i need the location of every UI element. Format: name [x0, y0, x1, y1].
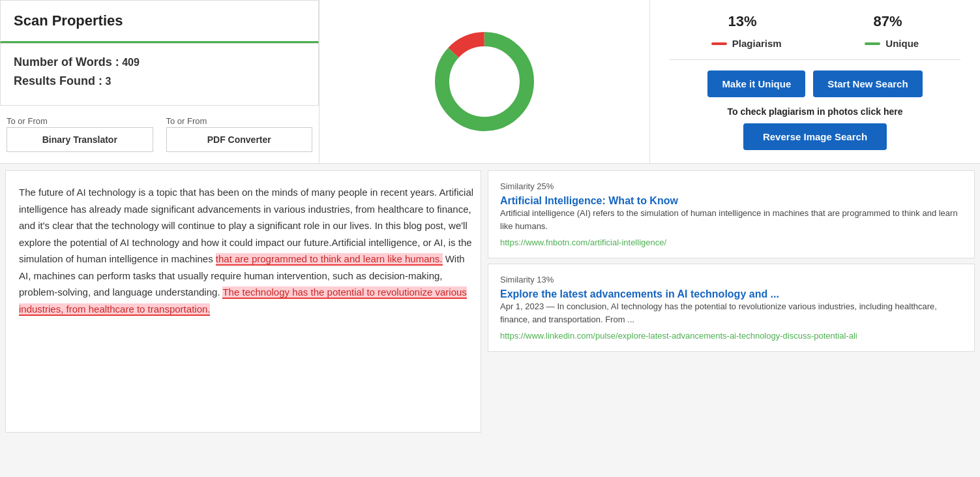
- results-found-label: Results Found :: [14, 74, 102, 87]
- binary-translator-item: To or From Binary Translator: [0, 112, 160, 152]
- result-url-1: https://www.fnbotn.com/artificial-intell…: [500, 238, 962, 247]
- word-count-value: 409: [122, 57, 140, 68]
- top-section: Scan Properties Number of Words : 409 Re…: [0, 0, 980, 164]
- converter-row: To or From Binary Translator To or From …: [0, 112, 319, 159]
- binary-translator-button[interactable]: Binary Translator: [7, 127, 153, 152]
- results-panel: Similarity 25% Artificial Intelligence: …: [488, 170, 975, 433]
- results-found-value: 3: [105, 76, 111, 87]
- chart-panel: [319, 0, 650, 163]
- pdf-label: To or From: [160, 112, 319, 127]
- results-found-line: Results Found : 3: [14, 74, 305, 88]
- unique-label: Unique: [885, 38, 919, 49]
- unique-percentage: 87%: [873, 13, 902, 30]
- word-count-label: Number of Words :: [14, 55, 119, 69]
- donut-chart: [426, 23, 543, 140]
- plagiarism-dot: [711, 42, 727, 45]
- photo-check-text: To check plagiarism in photos click here: [670, 106, 960, 117]
- start-new-search-button[interactable]: Start New Search: [813, 70, 922, 97]
- unique-pct-item: 87%: [873, 13, 902, 30]
- scan-stats: Number of Words : 409 Results Found : 3: [0, 43, 319, 106]
- unique-legend: Unique: [865, 38, 919, 49]
- text-content-scroll[interactable]: The future of AI technology is a topic t…: [6, 171, 481, 432]
- unique-dot: [865, 42, 880, 45]
- result-title-2[interactable]: Explore the latest advancements in AI te…: [500, 288, 779, 300]
- word-count-line: Number of Words : 409: [14, 55, 305, 69]
- legend-row: Plagiarism Unique: [670, 38, 960, 60]
- result-desc-1: Artificial intelligence (AI) refers to t…: [500, 207, 962, 232]
- plagiarism-pct-item: 13%: [728, 13, 756, 30]
- similarity-label-2: Similarity 13%: [500, 275, 962, 285]
- similarity-label-1: Similarity 25%: [500, 181, 962, 191]
- bottom-section: The future of AI technology is a topic t…: [0, 170, 980, 433]
- plagiarism-percentage: 13%: [728, 13, 756, 30]
- result-card-1: Similarity 25% Artificial Intelligence: …: [488, 170, 975, 258]
- pdf-converter-item: To or From PDF Converter: [160, 112, 319, 152]
- result-url-2: https://www.linkedin.com/pulse/explore-l…: [500, 331, 962, 341]
- pdf-converter-button[interactable]: PDF Converter: [166, 127, 313, 152]
- plagiarism-label: Plagiarism: [732, 38, 782, 49]
- result-card-2: Similarity 13% Explore the latest advanc…: [488, 264, 975, 352]
- make-unique-button[interactable]: Make it Unique: [707, 70, 805, 97]
- reverse-image-search-button[interactable]: Reverse Image Search: [743, 123, 887, 150]
- binary-label: To or From: [0, 112, 160, 127]
- result-title-1[interactable]: Artificial Intelligence: What to Know: [500, 195, 678, 206]
- text-panel: The future of AI technology is a topic t…: [5, 170, 481, 433]
- stats-panel: 13% 87% Plagiarism Unique Make it Unique…: [650, 0, 980, 163]
- scan-properties-panel: Scan Properties Number of Words : 409 Re…: [0, 0, 319, 163]
- scan-properties-title: Scan Properties: [0, 0, 319, 43]
- plagiarism-legend: Plagiarism: [711, 38, 782, 49]
- result-desc-2: Apr 1, 2023 — In conclusion, AI technolo…: [500, 300, 962, 326]
- text-highlight-1: that are programmed to think and learn l…: [216, 253, 443, 266]
- action-buttons: Make it Unique Start New Search: [670, 70, 960, 97]
- percentage-row: 13% 87%: [670, 13, 960, 30]
